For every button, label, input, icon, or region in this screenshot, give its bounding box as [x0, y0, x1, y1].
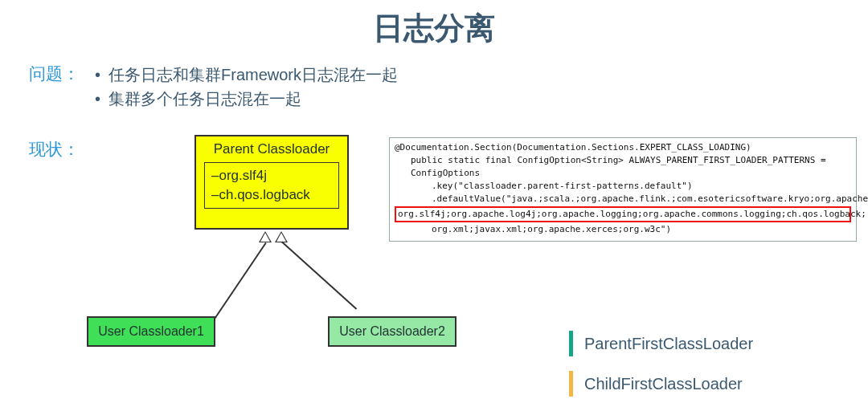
legend: ParentFirstClassLoader ChildFirstClassLo… — [569, 331, 753, 411]
code-line: .key("classloader.parent-first-patterns.… — [395, 180, 851, 193]
code-line: .defaultValue("java.;scala.;org.apache.f… — [395, 193, 851, 206]
problem-bullets: 任务日志和集群Framework日志混在一起 集群多个任务日志混在一起 — [95, 63, 398, 111]
code-line: public static final ConfigOption<String>… — [395, 154, 851, 180]
bullet-item: 集群多个任务日志混在一起 — [95, 87, 398, 111]
bullet-item: 任务日志和集群Framework日志混在一起 — [95, 63, 398, 87]
label-problem: 问题： — [29, 63, 80, 85]
connector-line — [211, 242, 267, 324]
connector-line — [281, 242, 357, 310]
parent-classloader-box: Parent Classloader –org.slf4j –ch.qos.lo… — [194, 135, 349, 230]
user-classloader2-box: User Classloader2 — [328, 316, 457, 347]
legend-color-bar — [569, 331, 573, 356]
package-line: –org.slf4j — [211, 166, 332, 185]
user-classloader1-box: User Classloader1 — [87, 316, 215, 347]
code-line: @Documentation.Section(Documentation.Sec… — [395, 141, 851, 154]
uml-inherit-arrowhead — [259, 231, 272, 242]
legend-label: ChildFirstClassLoader — [584, 375, 743, 393]
page-title: 日志分离 — [0, 0, 868, 49]
legend-color-bar — [569, 371, 573, 397]
parent-title: Parent Classloader — [204, 141, 339, 157]
package-line: –ch.qos.logback — [211, 185, 332, 205]
code-line-highlighted: org.slf4j;org.apache.log4j;org.apache.lo… — [395, 206, 851, 222]
code-line: org.xml;javax.xml;org.apache.xerces;org.… — [395, 223, 851, 236]
code-snippet-panel: @Documentation.Section(Documentation.Sec… — [389, 137, 857, 242]
legend-label: ParentFirstClassLoader — [584, 335, 753, 353]
legend-item: ChildFirstClassLoader — [569, 371, 753, 397]
legend-item: ParentFirstClassLoader — [569, 331, 753, 356]
parent-packages: –org.slf4j –ch.qos.logback — [204, 162, 339, 209]
